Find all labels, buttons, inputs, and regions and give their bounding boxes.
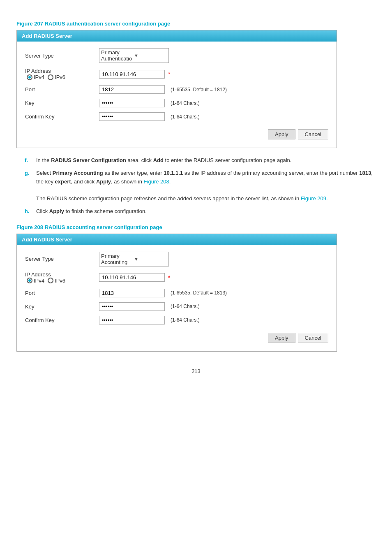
ip-address-label-2: IP Address IPv4 IPv6 [25,271,99,284]
server-type-label-1: Server Type [25,53,99,59]
server-type-label-2: Server Type [25,256,99,262]
step-g-text: Select Primary Accounting as the server … [36,169,376,203]
step-f-text: In the RADIUS Server Configuration area,… [36,156,376,165]
ipv6-label-1: IPv6 [55,74,65,80]
key-label-1: Key [25,100,99,106]
dropdown-arrow-2: ▼ [134,257,167,262]
confirm-key-row-2: Confirm Key (1-64 Chars.) [25,316,328,324]
confirm-key-label-1: Confirm Key [25,114,99,120]
port-row-2: Port (1-65535. Default = 1813) [25,289,328,297]
port-label-1: Port [25,86,99,93]
server-type-select-2[interactable]: Primary Accounting ▼ [99,252,169,266]
step-g: g. Select Primary Accounting as the serv… [16,169,376,203]
ip-control-2[interactable]: * [99,273,170,282]
figure208-caption: Figure 208 RADIUS accounting server conf… [16,224,376,230]
key-hint-1: (1-64 Chars.) [171,100,200,106]
step-h-marker: h. [25,207,31,216]
port-row-1: Port (1-65535. Default = 1812) [25,85,328,94]
button-row-1: Apply Cancel [25,126,328,141]
ipv4-label-2: IPv4 [34,278,44,284]
ip-radio-group-1[interactable]: IPv4 IPv6 [27,74,99,80]
confirm-key-input-2[interactable] [99,316,165,324]
server-type-select-1[interactable]: Primary Authenticatio ▼ [99,48,169,63]
required-star-1: * [168,71,170,77]
step-f: f. In the RADIUS Server Configuration ar… [16,156,376,165]
button-row-2: Apply Cancel [25,329,328,345]
port-label-2: Port [25,290,99,296]
cancel-button-1[interactable]: Cancel [298,129,328,139]
required-star-2: * [168,274,170,281]
page-number: 213 [16,368,376,374]
figure208-link[interactable]: Figure 208 [144,178,169,185]
ipv6-radio-1[interactable]: IPv6 [48,74,65,80]
step-h-text: Click Apply to finish the scheme configu… [36,207,376,216]
instructions-block: f. In the RADIUS Server Configuration ar… [16,156,376,216]
ip-input-2[interactable] [99,273,165,282]
ipv4-label-1: IPv4 [34,74,44,80]
figure207-caption: Figure 207 RADIUS authentication server … [16,21,376,27]
port-input-2[interactable] [99,289,165,297]
ip-radio-group-2[interactable]: IPv4 IPv6 [27,278,99,284]
ipv4-radio-2[interactable]: IPv4 [27,278,44,284]
key-row-2: Key (1-64 Chars.) [25,302,328,311]
confirm-key-control-2[interactable]: (1-64 Chars.) [99,316,200,324]
figure207-header: Add RADIUS Server [17,30,337,42]
dropdown-arrow-1: ▼ [134,53,167,58]
ipv6-label-2: IPv6 [55,278,65,284]
server-type-row-2: Server Type Primary Accounting ▼ [25,252,328,266]
figure208-header: Add RADIUS Server [17,234,337,245]
server-type-control-2[interactable]: Primary Accounting ▼ [99,252,169,266]
server-type-row-1: Server Type Primary Authenticatio ▼ [25,48,328,63]
cancel-button-2[interactable]: Cancel [298,333,328,343]
confirm-key-control-1[interactable]: (1-64 Chars.) [99,112,200,121]
confirm-key-row-1: Confirm Key (1-64 Chars.) [25,112,328,121]
key-hint-2: (1-64 Chars.) [171,304,200,309]
ip-control-1[interactable]: * [99,70,170,79]
key-row-1: Key (1-64 Chars.) [25,99,328,107]
key-label-2: Key [25,304,99,310]
confirm-key-label-2: Confirm Key [25,317,99,323]
port-control-2[interactable]: (1-65535. Default = 1813) [99,289,227,297]
ip-input-1[interactable] [99,70,165,79]
port-hint-1: (1-65535. Default = 1812) [171,87,227,93]
server-type-control-1[interactable]: Primary Authenticatio ▼ [99,48,169,63]
key-input-2[interactable] [99,302,165,311]
ipv4-radio-1[interactable]: IPv4 [27,74,44,80]
figure209-link[interactable]: Figure 209 [301,195,326,202]
confirm-key-hint-1: (1-64 Chars.) [171,114,200,120]
figure208-box: Add RADIUS Server Server Type Primary Ac… [16,234,337,352]
key-control-1[interactable]: (1-64 Chars.) [99,99,200,107]
apply-button-2[interactable]: Apply [268,333,295,343]
port-control-1[interactable]: (1-65535. Default = 1812) [99,85,227,94]
port-input-1[interactable] [99,85,165,94]
ip-address-row-2: IP Address IPv4 IPv6 * [25,271,328,284]
ipv6-radio-2[interactable]: IPv6 [48,278,65,284]
ip-address-row-1: IP Address IPv4 IPv6 * [25,68,328,80]
figure207-box: Add RADIUS Server Server Type Primary Au… [16,30,337,148]
key-input-1[interactable] [99,99,165,107]
ip-address-label-1: IP Address IPv4 IPv6 [25,68,99,80]
port-hint-2: (1-65535. Default = 1813) [171,290,227,296]
key-control-2[interactable]: (1-64 Chars.) [99,302,200,311]
apply-button-1[interactable]: Apply [268,129,295,139]
ipv6-dot-1 [48,74,53,80]
step-g-marker: g. [25,169,31,203]
ipv4-dot-2 [27,278,32,283]
step-f-marker: f. [25,156,31,165]
ipv4-dot-1 [27,74,32,80]
confirm-key-input-1[interactable] [99,112,165,121]
confirm-key-hint-2: (1-64 Chars.) [171,317,200,323]
step-h: h. Click Apply to finish the scheme conf… [16,207,376,216]
ipv6-dot-2 [48,278,53,283]
